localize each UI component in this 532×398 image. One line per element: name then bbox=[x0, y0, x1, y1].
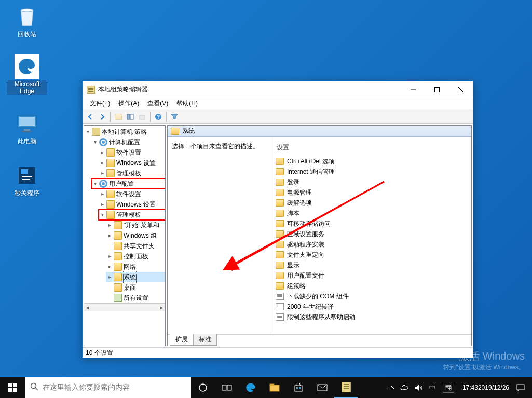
desktop-icon-recycle-bin[interactable]: 回收站 bbox=[7, 4, 47, 38]
export-button[interactable] bbox=[137, 111, 148, 122]
collapse-icon[interactable]: ▾ bbox=[99, 211, 106, 218]
taskbar-store[interactable] bbox=[287, 377, 310, 398]
list-item[interactable]: Ctrl+Alt+Del 选项 bbox=[271, 156, 471, 167]
tree-item[interactable]: ▸网络 bbox=[106, 262, 165, 272]
svg-rect-25 bbox=[227, 385, 231, 390]
list-item[interactable]: 组策略 bbox=[271, 281, 471, 291]
expand-icon[interactable]: ▸ bbox=[106, 263, 113, 270]
collapse-icon[interactable]: ▾ bbox=[91, 139, 99, 146]
svg-rect-29 bbox=[296, 387, 298, 389]
expand-icon[interactable]: ▸ bbox=[106, 222, 113, 229]
list-item[interactable]: 登录 bbox=[271, 177, 471, 187]
tree-item[interactable]: ▸共享文件夹 bbox=[106, 241, 165, 251]
tree-item[interactable]: ▸Windows 设置 bbox=[99, 158, 165, 168]
tree-item[interactable]: ▸Windows 组 bbox=[106, 230, 165, 241]
start-button[interactable] bbox=[0, 377, 25, 398]
expand-icon[interactable]: ▸ bbox=[106, 273, 113, 281]
expand-icon[interactable]: ▸ bbox=[99, 201, 106, 208]
tree-item[interactable]: ▸"开始"菜单和 bbox=[106, 220, 165, 230]
tree-computer-config[interactable]: ▾ 计算机配置 bbox=[91, 137, 165, 147]
tree-user-config[interactable]: ▾ 用户配置 bbox=[91, 179, 165, 189]
list-item[interactable]: 缓解选项 bbox=[271, 198, 471, 208]
task-view-button[interactable] bbox=[215, 377, 239, 398]
folder-icon bbox=[106, 148, 115, 157]
forward-button[interactable] bbox=[97, 111, 108, 122]
tray-ime2[interactable]: 翻 bbox=[439, 377, 458, 398]
filter-button[interactable] bbox=[169, 111, 180, 122]
cortana-button[interactable] bbox=[191, 377, 215, 398]
tab-extended[interactable]: 扩展 bbox=[170, 334, 194, 346]
list-item[interactable]: 限制这些程序从帮助启动 bbox=[271, 312, 471, 322]
list-item[interactable]: 用户配置文件 bbox=[271, 270, 471, 281]
tray-clock[interactable]: 17:43 2019/12/26 bbox=[458, 377, 513, 398]
show-hide-tree-button[interactable] bbox=[125, 111, 136, 122]
tab-standard[interactable]: 标准 bbox=[193, 334, 217, 346]
menu-action[interactable]: 操作(A) bbox=[114, 98, 143, 109]
tree-root[interactable]: ▾ 本地计算机 策略 bbox=[84, 127, 165, 137]
taskbar-mail[interactable] bbox=[310, 377, 334, 398]
list-item-label: 驱动程序安装 bbox=[287, 240, 324, 249]
tray-onedrive-icon[interactable] bbox=[397, 377, 412, 398]
search-box[interactable]: 在这里输入你要搜索的内容 bbox=[25, 377, 191, 398]
list-item[interactable]: Internet 通信管理 bbox=[271, 167, 471, 177]
tray-action-center[interactable] bbox=[513, 377, 528, 398]
list-item[interactable]: 可移动存储访问 bbox=[271, 218, 471, 229]
close-button[interactable] bbox=[449, 81, 473, 98]
folder-icon bbox=[276, 189, 284, 196]
expand-icon[interactable]: ▸ bbox=[99, 170, 106, 177]
up-button[interactable] bbox=[113, 111, 124, 122]
tree-pane[interactable]: ▾ 本地计算机 策略 ▾ 计算机配置 ▸软件设置 ▸Windows 设置 ▸管理… bbox=[84, 125, 166, 346]
minimize-button[interactable] bbox=[401, 81, 425, 98]
tray-volume-icon[interactable] bbox=[412, 377, 426, 398]
desktop-icon-edge[interactable]: MicrosoftEdge bbox=[7, 54, 47, 95]
taskbar-edge[interactable] bbox=[239, 377, 263, 398]
tree-item[interactable]: ▸Windows 设置 bbox=[99, 199, 165, 210]
back-button[interactable] bbox=[85, 111, 96, 122]
taskbar-explorer[interactable] bbox=[263, 377, 287, 398]
tree-item[interactable]: ▸软件设置 bbox=[99, 147, 165, 158]
list-item[interactable]: 驱动程序安装 bbox=[271, 239, 471, 250]
maximize-button[interactable] bbox=[425, 81, 449, 98]
list-item[interactable]: 电源管理 bbox=[271, 187, 471, 198]
tray-ime[interactable]: 中 bbox=[426, 377, 439, 398]
svg-point-21 bbox=[31, 383, 36, 389]
expand-icon[interactable]: ▸ bbox=[106, 232, 113, 239]
list-item[interactable]: 2000 年世纪转译 bbox=[271, 301, 471, 312]
settings-list[interactable]: 设置 Ctrl+Alt+Del 选项Internet 通信管理登录电源管理缓解选… bbox=[271, 137, 471, 334]
list-item[interactable]: 脚本 bbox=[271, 208, 471, 218]
tree-item[interactable]: ▸桌面 bbox=[106, 282, 165, 293]
collapse-icon[interactable]: ▾ bbox=[84, 128, 91, 135]
tree-hscrollbar[interactable]: ◄► bbox=[84, 303, 165, 311]
expand-icon[interactable]: ▸ bbox=[99, 149, 106, 156]
tree-admin-templates[interactable]: ▾管理模板 bbox=[99, 210, 165, 220]
tree-item-system[interactable]: ▸系统 bbox=[106, 272, 165, 282]
gpedit-window: 本地组策略编辑器 文件(F) 操作(A) 查看(V) 帮助(H) ? ▾ bbox=[82, 81, 473, 358]
desktop-icon-app[interactable]: 秒关程序 bbox=[7, 163, 47, 197]
menu-file[interactable]: 文件(F) bbox=[86, 98, 114, 109]
list-item[interactable]: 显示 bbox=[271, 260, 471, 270]
svg-rect-26 bbox=[270, 385, 279, 391]
folder-icon bbox=[171, 128, 179, 135]
help-button[interactable]: ? bbox=[153, 111, 164, 122]
desktop-icon-this-pc[interactable]: 此电脑 bbox=[7, 111, 47, 145]
collapse-icon[interactable]: ▾ bbox=[91, 180, 99, 187]
expand-icon[interactable]: ▸ bbox=[106, 253, 113, 260]
menu-view[interactable]: 查看(V) bbox=[143, 98, 172, 109]
folder-icon bbox=[106, 190, 115, 198]
titlebar[interactable]: 本地组策略编辑器 bbox=[83, 81, 473, 98]
list-item[interactable]: 区域设置服务 bbox=[271, 229, 471, 239]
search-icon bbox=[30, 382, 38, 393]
taskbar-gpedit[interactable] bbox=[334, 377, 358, 398]
tree-item[interactable]: ▸控制面板 bbox=[106, 251, 165, 262]
tray-chevron[interactable] bbox=[386, 377, 397, 398]
list-item[interactable]: 文件夹重定向 bbox=[271, 250, 471, 260]
folder-icon bbox=[276, 168, 284, 175]
tree-item[interactable]: ▸软件设置 bbox=[99, 189, 165, 199]
expand-icon[interactable]: ▸ bbox=[99, 159, 106, 167]
list-item[interactable]: 下载缺少的 COM 组件 bbox=[271, 291, 471, 301]
tree-item[interactable]: ▸管理模板 bbox=[99, 168, 165, 179]
list-item-label: 缓解选项 bbox=[287, 199, 312, 208]
menu-help[interactable]: 帮助(H) bbox=[172, 98, 202, 109]
tree-item-all-settings[interactable]: ▸所有设置 bbox=[106, 293, 165, 303]
expand-icon[interactable]: ▸ bbox=[99, 190, 106, 198]
